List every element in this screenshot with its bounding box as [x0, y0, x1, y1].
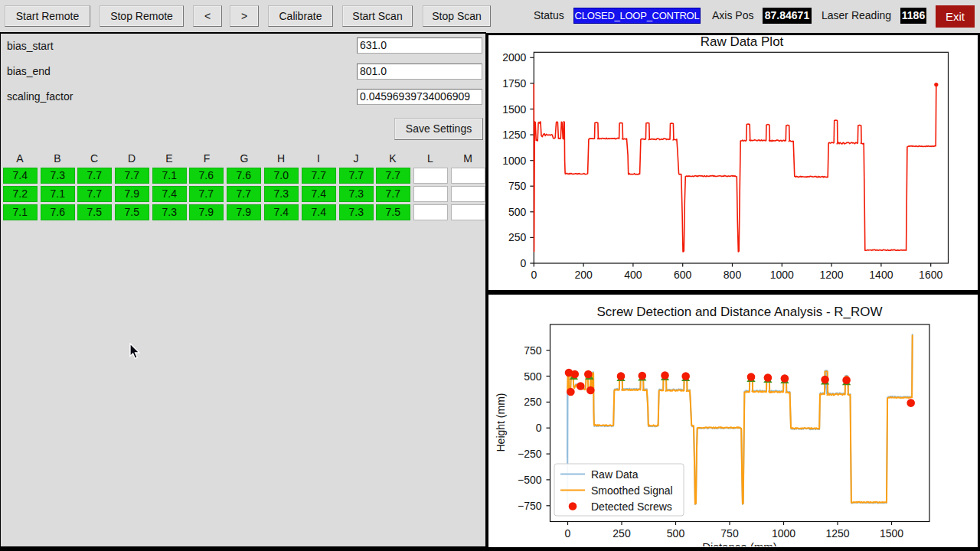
- svg-text:1500: 1500: [880, 527, 903, 540]
- svg-text:0: 0: [565, 527, 571, 540]
- svg-text:1750: 1750: [502, 77, 526, 90]
- svg-text:−250: −250: [518, 448, 542, 460]
- svg-text:750: 750: [508, 180, 527, 192]
- svg-text:250: 250: [508, 231, 527, 243]
- svg-text:1600: 1600: [919, 269, 942, 281]
- svg-text:250: 250: [612, 527, 631, 540]
- svg-text:0: 0: [536, 422, 542, 434]
- svg-text:1000: 1000: [770, 269, 794, 281]
- svg-text:Screw Detection and Distance A: Screw Detection and Distance Analysis - …: [596, 305, 882, 319]
- svg-text:500: 500: [524, 370, 542, 383]
- svg-text:Distance (mm): Distance (mm): [702, 540, 777, 546]
- svg-text:1400: 1400: [869, 269, 893, 281]
- svg-text:1250: 1250: [502, 129, 526, 141]
- svg-text:750: 750: [720, 527, 739, 540]
- svg-text:200: 200: [574, 269, 593, 281]
- svg-text:Raw Data: Raw Data: [591, 468, 639, 481]
- svg-text:Raw Data Plot: Raw Data Plot: [701, 35, 784, 49]
- svg-text:750: 750: [524, 344, 542, 357]
- svg-text:1000: 1000: [502, 155, 526, 167]
- svg-text:600: 600: [674, 269, 692, 281]
- svg-text:1200: 1200: [820, 269, 844, 281]
- svg-text:Smoothed Signal: Smoothed Signal: [591, 484, 673, 497]
- svg-text:2000: 2000: [502, 51, 526, 64]
- svg-text:1000: 1000: [772, 527, 795, 540]
- svg-text:1250: 1250: [825, 527, 849, 540]
- svg-text:0: 0: [531, 269, 537, 281]
- svg-text:0: 0: [521, 257, 527, 269]
- svg-text:Height (mm): Height (mm): [495, 393, 507, 452]
- svg-text:−750: −750: [518, 500, 542, 512]
- svg-text:500: 500: [508, 206, 527, 218]
- svg-text:Detected Screws: Detected Screws: [591, 500, 672, 513]
- svg-text:400: 400: [624, 269, 642, 281]
- svg-text:−500: −500: [518, 474, 542, 486]
- svg-text:1500: 1500: [502, 103, 526, 116]
- svg-text:250: 250: [524, 396, 542, 408]
- svg-text:800: 800: [724, 269, 742, 281]
- svg-text:500: 500: [667, 527, 685, 540]
